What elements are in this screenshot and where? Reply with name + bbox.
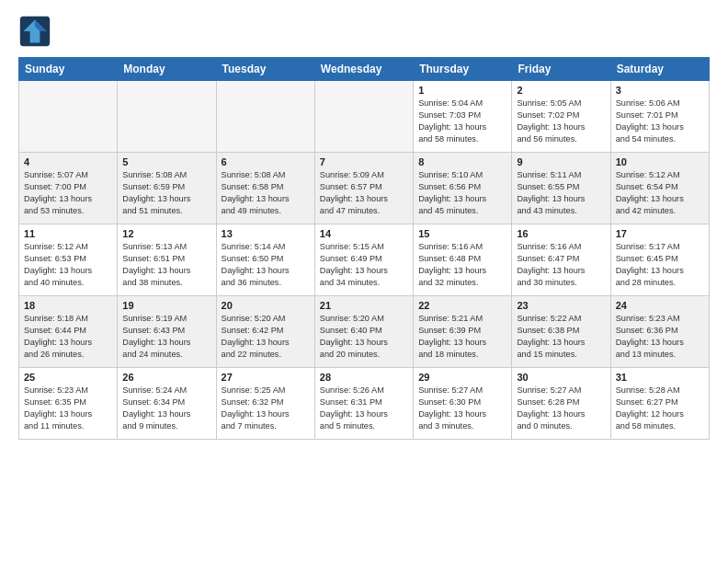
calendar-cell — [314, 81, 413, 153]
day-number: 16 — [517, 228, 605, 239]
calendar-week-row: 25Sunrise: 5:23 AMSunset: 6:35 PMDayligh… — [19, 368, 710, 440]
calendar-week-row: 4Sunrise: 5:07 AMSunset: 7:00 PMDaylight… — [19, 153, 710, 224]
day-info: Sunrise: 5:15 AMSunset: 6:49 PMDaylight:… — [320, 241, 408, 289]
calendar-cell: 10Sunrise: 5:12 AMSunset: 6:54 PMDayligh… — [610, 153, 709, 224]
day-info: Sunrise: 5:11 AMSunset: 6:55 PMDaylight:… — [517, 169, 605, 217]
day-number: 8 — [418, 156, 506, 167]
calendar-week-row: 1Sunrise: 5:04 AMSunset: 7:03 PMDaylight… — [19, 81, 710, 153]
day-number: 9 — [517, 156, 605, 167]
logo — [18, 15, 57, 48]
calendar-cell: 11Sunrise: 5:12 AMSunset: 6:53 PMDayligh… — [19, 224, 118, 296]
calendar-cell: 16Sunrise: 5:16 AMSunset: 6:47 PMDayligh… — [512, 224, 610, 296]
day-number: 2 — [517, 85, 605, 96]
calendar-cell: 13Sunrise: 5:14 AMSunset: 6:50 PMDayligh… — [216, 224, 314, 296]
day-info: Sunrise: 5:27 AMSunset: 6:30 PMDaylight:… — [418, 385, 506, 432]
calendar-cell: 15Sunrise: 5:16 AMSunset: 6:48 PMDayligh… — [414, 224, 512, 296]
day-info: Sunrise: 5:24 AMSunset: 6:34 PMDaylight:… — [122, 385, 210, 432]
day-info: Sunrise: 5:23 AMSunset: 6:36 PMDaylight:… — [616, 313, 704, 361]
calendar-cell — [118, 81, 216, 153]
day-number: 14 — [320, 228, 408, 239]
calendar-cell: 1Sunrise: 5:04 AMSunset: 7:03 PMDaylight… — [414, 81, 512, 153]
calendar-cell: 30Sunrise: 5:27 AMSunset: 6:28 PMDayligh… — [512, 368, 610, 440]
calendar-cell: 29Sunrise: 5:27 AMSunset: 6:30 PMDayligh… — [414, 368, 512, 440]
day-info: Sunrise: 5:10 AMSunset: 6:56 PMDaylight:… — [418, 169, 506, 217]
day-number: 17 — [616, 228, 704, 239]
day-number: 13 — [222, 228, 310, 239]
calendar-cell: 19Sunrise: 5:19 AMSunset: 6:43 PMDayligh… — [118, 296, 216, 368]
calendar-week-row: 11Sunrise: 5:12 AMSunset: 6:53 PMDayligh… — [19, 224, 710, 296]
weekday-header: Sunday — [19, 58, 118, 81]
day-number: 26 — [122, 372, 210, 383]
day-number: 15 — [418, 228, 506, 239]
calendar-cell: 7Sunrise: 5:09 AMSunset: 6:57 PMDaylight… — [314, 153, 413, 224]
day-info: Sunrise: 5:20 AMSunset: 6:40 PMDaylight:… — [320, 313, 408, 361]
day-info: Sunrise: 5:17 AMSunset: 6:45 PMDaylight:… — [616, 241, 704, 289]
day-info: Sunrise: 5:12 AMSunset: 6:54 PMDaylight:… — [616, 169, 704, 217]
day-number: 11 — [24, 228, 112, 239]
calendar-cell: 17Sunrise: 5:17 AMSunset: 6:45 PMDayligh… — [610, 224, 709, 296]
day-info: Sunrise: 5:20 AMSunset: 6:42 PMDaylight:… — [222, 313, 310, 361]
day-info: Sunrise: 5:23 AMSunset: 6:35 PMDaylight:… — [24, 385, 112, 432]
calendar-cell: 2Sunrise: 5:05 AMSunset: 7:02 PMDaylight… — [512, 81, 610, 153]
calendar-cell: 28Sunrise: 5:26 AMSunset: 6:31 PMDayligh… — [314, 368, 413, 440]
calendar-cell — [216, 81, 314, 153]
weekday-header: Tuesday — [216, 58, 314, 81]
calendar-cell: 5Sunrise: 5:08 AMSunset: 6:59 PMDaylight… — [118, 153, 216, 224]
day-info: Sunrise: 5:08 AMSunset: 6:58 PMDaylight:… — [222, 169, 310, 217]
day-info: Sunrise: 5:16 AMSunset: 6:48 PMDaylight:… — [418, 241, 506, 289]
day-info: Sunrise: 5:04 AMSunset: 7:03 PMDaylight:… — [418, 98, 506, 145]
day-number: 10 — [616, 156, 704, 167]
calendar-cell: 4Sunrise: 5:07 AMSunset: 7:00 PMDaylight… — [19, 153, 118, 224]
day-info: Sunrise: 5:18 AMSunset: 6:44 PMDaylight:… — [24, 313, 112, 361]
day-info: Sunrise: 5:25 AMSunset: 6:32 PMDaylight:… — [222, 385, 310, 432]
calendar-cell — [19, 81, 118, 153]
day-info: Sunrise: 5:08 AMSunset: 6:59 PMDaylight:… — [122, 169, 210, 217]
day-number: 20 — [222, 300, 310, 311]
calendar-header-row: SundayMondayTuesdayWednesdayThursdayFrid… — [19, 58, 710, 81]
calendar-cell: 27Sunrise: 5:25 AMSunset: 6:32 PMDayligh… — [216, 368, 314, 440]
day-info: Sunrise: 5:14 AMSunset: 6:50 PMDaylight:… — [222, 241, 310, 289]
day-number: 21 — [320, 300, 408, 311]
header — [18, 15, 710, 48]
day-number: 25 — [24, 372, 112, 383]
day-info: Sunrise: 5:06 AMSunset: 7:01 PMDaylight:… — [616, 98, 704, 145]
day-info: Sunrise: 5:22 AMSunset: 6:38 PMDaylight:… — [517, 313, 605, 361]
calendar-cell: 6Sunrise: 5:08 AMSunset: 6:58 PMDaylight… — [216, 153, 314, 224]
day-info: Sunrise: 5:19 AMSunset: 6:43 PMDaylight:… — [122, 313, 210, 361]
calendar-cell: 31Sunrise: 5:28 AMSunset: 6:27 PMDayligh… — [610, 368, 709, 440]
day-number: 18 — [24, 300, 112, 311]
calendar-week-row: 18Sunrise: 5:18 AMSunset: 6:44 PMDayligh… — [19, 296, 710, 368]
day-number: 27 — [222, 372, 310, 383]
day-number: 7 — [320, 156, 408, 167]
day-number: 31 — [616, 372, 704, 383]
day-info: Sunrise: 5:05 AMSunset: 7:02 PMDaylight:… — [517, 98, 605, 145]
calendar-cell: 8Sunrise: 5:10 AMSunset: 6:56 PMDaylight… — [414, 153, 512, 224]
day-info: Sunrise: 5:16 AMSunset: 6:47 PMDaylight:… — [517, 241, 605, 289]
calendar-cell: 20Sunrise: 5:20 AMSunset: 6:42 PMDayligh… — [216, 296, 314, 368]
calendar-cell: 12Sunrise: 5:13 AMSunset: 6:51 PMDayligh… — [118, 224, 216, 296]
day-info: Sunrise: 5:27 AMSunset: 6:28 PMDaylight:… — [517, 385, 605, 432]
day-info: Sunrise: 5:12 AMSunset: 6:53 PMDaylight:… — [24, 241, 112, 289]
day-info: Sunrise: 5:09 AMSunset: 6:57 PMDaylight:… — [320, 169, 408, 217]
page: SundayMondayTuesdayWednesdayThursdayFrid… — [0, 0, 728, 449]
day-info: Sunrise: 5:07 AMSunset: 7:00 PMDaylight:… — [24, 169, 112, 217]
calendar-cell: 18Sunrise: 5:18 AMSunset: 6:44 PMDayligh… — [19, 296, 118, 368]
day-number: 5 — [122, 156, 210, 167]
calendar-cell: 9Sunrise: 5:11 AMSunset: 6:55 PMDaylight… — [512, 153, 610, 224]
day-number: 3 — [616, 85, 704, 96]
day-number: 24 — [616, 300, 704, 311]
day-number: 23 — [517, 300, 605, 311]
calendar-cell: 26Sunrise: 5:24 AMSunset: 6:34 PMDayligh… — [118, 368, 216, 440]
day-number: 6 — [222, 156, 310, 167]
day-number: 12 — [122, 228, 210, 239]
day-number: 1 — [418, 85, 506, 96]
weekday-header: Monday — [118, 58, 216, 81]
day-info: Sunrise: 5:21 AMSunset: 6:39 PMDaylight:… — [418, 313, 506, 361]
calendar-cell: 23Sunrise: 5:22 AMSunset: 6:38 PMDayligh… — [512, 296, 610, 368]
calendar-cell: 22Sunrise: 5:21 AMSunset: 6:39 PMDayligh… — [414, 296, 512, 368]
day-number: 19 — [122, 300, 210, 311]
logo-icon — [18, 15, 51, 48]
calendar-cell: 25Sunrise: 5:23 AMSunset: 6:35 PMDayligh… — [19, 368, 118, 440]
day-number: 28 — [320, 372, 408, 383]
day-info: Sunrise: 5:26 AMSunset: 6:31 PMDaylight:… — [320, 385, 408, 432]
